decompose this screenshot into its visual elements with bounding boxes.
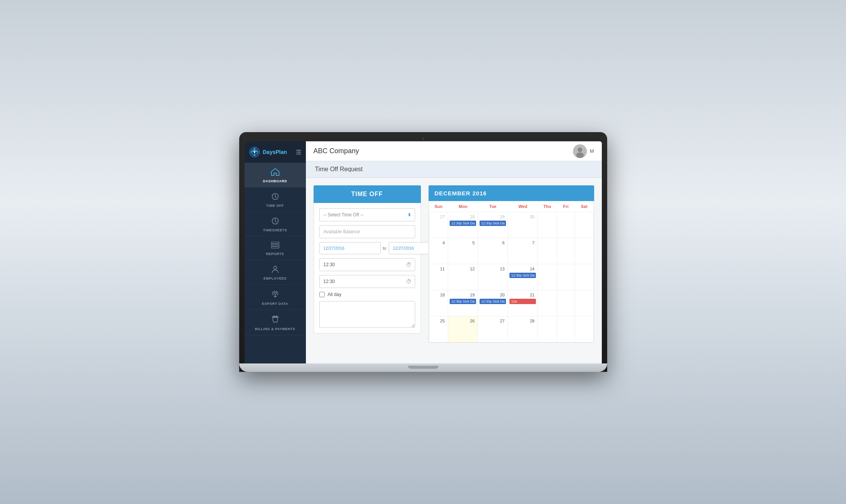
user-avatar[interactable] (573, 144, 587, 158)
calendar-event[interactable]: 12:30p Sick Da (509, 273, 536, 278)
day-number: 13 (480, 266, 506, 273)
col-fri: Fri (557, 201, 575, 212)
calendar-event[interactable]: 12:30p Sick Da (450, 299, 476, 304)
notes-textarea[interactable] (319, 301, 415, 328)
sidebar-item-export-data[interactable]: EXPORT DATA (245, 285, 306, 310)
form-header: TIME OFF (314, 185, 421, 203)
calendar-day-cell[interactable]: 2112a (508, 290, 538, 316)
time-start-input[interactable] (319, 258, 415, 271)
sidebar-item-timesheets[interactable]: TIMESHEETS (245, 212, 306, 236)
calendar-day-cell[interactable]: 2912:30p Sick Da (478, 212, 508, 238)
page-title: Time Off Request (315, 166, 363, 172)
svg-point-12 (578, 147, 582, 152)
calendar-day-cell[interactable] (538, 290, 557, 316)
sidebar-item-dashboard[interactable]: DASHBOARD (245, 163, 306, 187)
calendar-event[interactable]: 12:30p Sick Da (450, 221, 476, 226)
sidebar-item-time-off[interactable]: TIME OFF (245, 187, 306, 212)
calendar-day-cell[interactable] (538, 212, 557, 238)
calendar-day-cell[interactable] (557, 316, 575, 342)
calendar-day-cell[interactable] (557, 290, 575, 316)
calendar-day-cell[interactable]: 1912:30p Sick Da (448, 290, 478, 316)
day-number (539, 318, 555, 320)
calendar-day-cell[interactable]: 13 (478, 264, 508, 290)
day-number: 5 (450, 240, 476, 247)
timesheet-icon (271, 217, 279, 227)
hamburger-icon[interactable]: ☰ (296, 149, 301, 156)
col-wed: Wed (508, 201, 538, 212)
date-range-row: to (319, 242, 415, 254)
day-number (577, 214, 591, 216)
sidebar-item-employees[interactable]: EMPLOYEES (245, 260, 306, 285)
calendar-day-cell[interactable] (557, 238, 575, 264)
calendar-day-cell[interactable] (575, 316, 593, 342)
calendar-day-cell[interactable]: 12 (448, 264, 478, 290)
date-from-input[interactable] (319, 242, 381, 254)
calendar-body-rows: 272812:30p Sick Da2912:30p Sick Da304567… (429, 212, 593, 342)
col-mon: Mon (448, 201, 478, 212)
sidebar-item-billing[interactable]: BILLING & PAYMENTS (245, 310, 306, 335)
app-container: DaysPlan ☰ DASHBOARD (245, 141, 602, 363)
calendar-day-cell[interactable] (575, 212, 593, 238)
calendar-day-cell[interactable] (538, 264, 557, 290)
calendar-header-row: Sun Mon Tue Wed Thu Fri Sat (429, 201, 593, 212)
calendar-day-cell[interactable] (575, 290, 593, 316)
calendar-day-cell[interactable]: 7 (508, 238, 538, 264)
time-off-select[interactable]: -- Select Time Off -- (319, 208, 415, 221)
calendar-week-2: 1112131412:30p Sick Da (429, 264, 593, 290)
calendar-day-cell[interactable]: 2012:30p Sick Da (478, 290, 508, 316)
day-number (559, 214, 573, 216)
main-content: Time Off Request TIME OFF (306, 161, 602, 363)
col-sat: Sat (575, 201, 593, 212)
calendar-day-cell[interactable] (538, 316, 557, 342)
day-number (539, 214, 555, 216)
home-icon (271, 168, 279, 178)
calendar-day-cell[interactable] (557, 212, 575, 238)
laptop-frame: DaysPlan ☰ DASHBOARD (239, 132, 607, 372)
calendar-event[interactable]: 12:30p Sick Da (480, 221, 506, 226)
page-title-bar: Time Off Request (306, 161, 602, 178)
day-number: 6 (480, 240, 506, 247)
calendar-day-cell[interactable]: 28 (508, 316, 538, 342)
clock-end-icon: ⏱ (406, 278, 411, 285)
time-start-wrapper: ⏱ (319, 258, 415, 271)
calendar-day-cell[interactable]: 6 (478, 238, 508, 264)
day-number (539, 266, 555, 268)
screen: DaysPlan ☰ DASHBOARD (245, 141, 602, 363)
calendar-event[interactable]: 12a (509, 299, 536, 304)
calendar-day-cell[interactable]: 30 (508, 212, 538, 238)
calendar-day-cell[interactable]: 25 (429, 316, 448, 342)
calendar-day-cell[interactable]: 27 (429, 212, 448, 238)
day-number (539, 240, 555, 242)
calendar-day-cell[interactable] (538, 238, 557, 264)
laptop-notch (408, 366, 439, 369)
calendar-day-cell[interactable]: 18 (429, 290, 448, 316)
time-end-input[interactable] (319, 275, 415, 288)
avatar-image (573, 144, 587, 158)
calendar-day-cell[interactable] (575, 238, 593, 264)
calendar-week-4: 25262728 (429, 316, 593, 342)
sidebar-item-reports[interactable]: REPORTS (245, 236, 306, 260)
all-day-row: All day (319, 292, 415, 297)
calendar-day-cell[interactable]: 26 (448, 316, 478, 342)
calendar-day-cell[interactable]: 5 (448, 238, 478, 264)
svg-point-10 (276, 316, 277, 317)
balance-input[interactable] (319, 225, 415, 238)
time-end-wrapper: ⏱ (319, 275, 415, 288)
all-day-checkbox[interactable] (319, 292, 325, 297)
employees-icon (271, 265, 279, 275)
calendar-panel: DECEMBER 2016 Sun Mon Tue (429, 185, 594, 356)
company-name: ABC Company (314, 147, 359, 155)
calendar-day-cell[interactable]: 4 (429, 238, 448, 264)
all-day-label: All day (328, 292, 342, 297)
calendar-day-cell[interactable] (575, 264, 593, 290)
calendar-day-cell[interactable]: 2812:30p Sick Da (448, 212, 478, 238)
billing-icon (271, 315, 279, 326)
col-tue: Tue (478, 201, 508, 212)
day-number (559, 292, 573, 294)
calendar-day-cell[interactable]: 27 (478, 316, 508, 342)
calendar-day-cell[interactable]: 11 (429, 264, 448, 290)
main-area: ABC Company M (306, 141, 602, 363)
calendar-event[interactable]: 12:30p Sick Da (480, 299, 506, 304)
calendar-day-cell[interactable] (557, 264, 575, 290)
calendar-day-cell[interactable]: 1412:30p Sick Da (508, 264, 538, 290)
